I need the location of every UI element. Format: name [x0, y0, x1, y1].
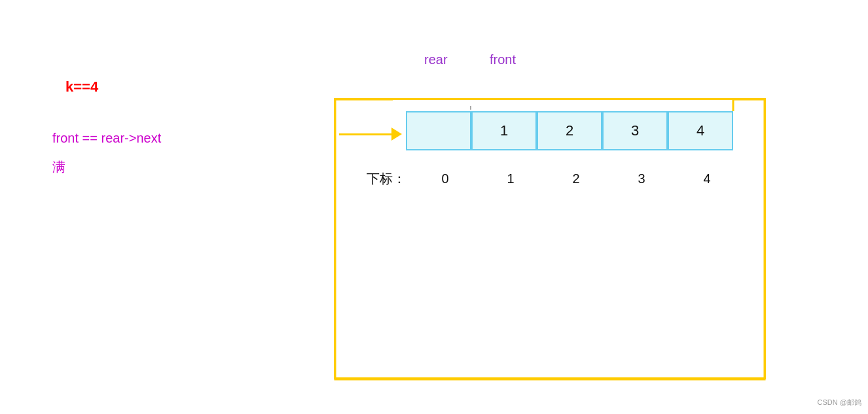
watermark: CSDN @邮鸽 — [818, 398, 861, 407]
diagram-container: k==4 front == rear->next 满 rear front 1 … — [0, 0, 868, 414]
arrow-to-array — [339, 128, 402, 141]
label-man: 满 — [52, 158, 65, 176]
cell-4: 4 — [668, 111, 733, 150]
cell-0 — [406, 111, 471, 150]
label-front-top: front — [490, 52, 516, 67]
index-row: 下标： 0 1 2 3 4 — [367, 170, 740, 188]
label-rear: rear — [424, 52, 448, 67]
cell-3: 3 — [602, 111, 668, 150]
index-2: 2 — [543, 171, 609, 186]
arrow-line — [339, 133, 391, 135]
index-3: 3 — [609, 171, 674, 186]
cell-2: 2 — [537, 111, 602, 150]
label-k-value: k==4 — [65, 78, 98, 95]
array-cells: 1 2 3 4 — [406, 111, 733, 150]
index-label: 下标： — [367, 170, 406, 188]
index-1: 1 — [478, 171, 543, 186]
index-4: 4 — [674, 171, 740, 186]
label-front-eq: front == rear->next — [52, 131, 161, 146]
arrow-head — [391, 128, 402, 141]
cell-1: 1 — [471, 111, 537, 150]
index-0: 0 — [412, 171, 478, 186]
